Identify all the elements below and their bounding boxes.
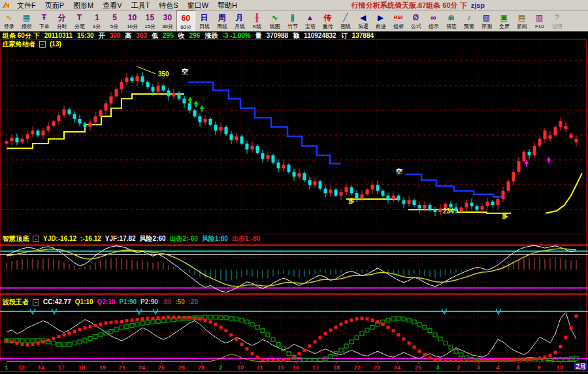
toolbar-label-1分: 1分 [93, 23, 101, 29]
toolbar-icon-分笔: T [77, 12, 82, 23]
trail-stop-short-2 [405, 174, 504, 196]
info-segment-0: 组条 60分 下 [3, 32, 40, 39]
toolbar-icon-登录: ∿ [5, 12, 12, 23]
toolbar-label-竹节: 竹节 [287, 23, 298, 29]
svg-text:234: 234 [443, 208, 454, 215]
toolbar-button-60分[interactable]: 6060分 [176, 10, 195, 33]
toolbar-button-全屏[interactable]: ▣全屏 [495, 10, 513, 31]
trail-stop-long-4 [546, 173, 582, 213]
info-segment-7: 低 [152, 32, 158, 39]
toolbar-label-15分: 15分 [144, 23, 155, 29]
toolbar: ∿登录▦报价Ŧ下单分分时T分笔11分55分1010分1515分3030分6060… [0, 10, 588, 31]
menu-item-3[interactable]: 查看V [98, 1, 126, 10]
toolbar-button-15分[interactable]: 1515分 [141, 10, 159, 31]
indicator-param-4: P2:90 [140, 298, 158, 305]
toolbar-icon-30分: 30 [163, 12, 172, 23]
toolbar-button-指示[interactable]: ∞指示 [425, 10, 442, 31]
axis-label-16: 16 [293, 364, 299, 371]
toolbar-label-5分: 5分 [110, 23, 118, 29]
info-segment-8: 295 [163, 32, 174, 39]
menu-item-1[interactable]: 页面P [41, 1, 69, 10]
menu-item-7[interactable]: 帮助H [213, 1, 242, 10]
menu-item-6[interactable]: 窗口W [183, 1, 213, 10]
toolbar-button-重传[interactable]: 传重传 [319, 10, 336, 31]
toolbar-button-分时[interactable]: 分分时 [53, 10, 71, 31]
main-candlestick-plot[interactable]: 350空空多234多 [0, 39, 588, 234]
axis-label-15: 15 [278, 364, 284, 371]
toolbar-button-月线[interactable]: 月月线 [231, 10, 248, 31]
toolbar-button-前进[interactable]: ▶前进 [372, 10, 389, 31]
toolbar-button-1分[interactable]: 11分 [88, 10, 106, 31]
toolbar-button-登录[interactable]: ∿登录 [0, 10, 18, 31]
indicator-param-0: CC:42.77 [43, 298, 71, 305]
wave-plot[interactable] [0, 304, 588, 362]
oscillator-plot[interactable] [0, 242, 588, 298]
collapse-box-icon[interactable]: – [39, 41, 46, 48]
toolbar-button-预警[interactable]: ♪预警 [460, 10, 478, 31]
axis-label-25: 25 [415, 364, 421, 371]
toolbar-label-月线: 月线 [235, 23, 245, 29]
toolbar-button-10分[interactable]: 1010分 [123, 10, 141, 31]
indicator-name: 庄家终结者 [3, 40, 35, 48]
toolbar-button-宝塔[interactable]: ▲宝塔 [301, 10, 319, 31]
toolbar-icon-画线: ╱ [343, 12, 348, 23]
toolbar-icon-后退: ◀ [360, 12, 366, 23]
toolbar-icon-竹节: ∦ [291, 12, 295, 23]
toolbar-button-报价[interactable]: ▦报价 [18, 10, 35, 31]
toolbar-button-后退[interactable]: ◀后退 [354, 10, 372, 31]
toolbar-label-说明: 说明 [552, 23, 563, 29]
axis-label-11: 11 [576, 364, 583, 371]
toolbar-icon-全屏: ▣ [500, 12, 508, 23]
axis-label-8: 8 [516, 364, 519, 371]
toolbar-button-K线[interactable]: ╫K线 [248, 10, 266, 31]
indicator-param-1: :-16.12 [80, 235, 101, 242]
toolbar-button-竹节[interactable]: ∦竹节 [284, 10, 301, 31]
toolbar-label-全屏: 全屏 [499, 23, 510, 29]
indicator-param-5: :80 [162, 298, 171, 305]
toolbar-button-筛选[interactable]: ⋒筛选 [442, 10, 460, 31]
info-segment-4: 300 [110, 32, 121, 39]
toolbar-icon-报价: ▦ [23, 12, 30, 23]
toolbar-button-5分[interactable]: 55分 [106, 10, 123, 31]
collapse-box-icon[interactable]: – [33, 236, 39, 242]
menu-item-5[interactable]: 特色S [154, 1, 182, 10]
svg-text:空: 空 [396, 168, 402, 175]
toolbar-button-周线[interactable]: 周周线 [213, 10, 231, 31]
toolbar-label-评测: 评测 [482, 23, 492, 29]
info-segment-5: 高 [125, 32, 131, 39]
toolbar-label-周线: 周线 [217, 23, 227, 29]
toolbar-button-日线[interactable]: 日日线 [195, 10, 213, 31]
axis-label-14: 14 [38, 364, 44, 371]
toolbar-button-分笔[interactable]: T分笔 [71, 10, 88, 31]
indicator-param-2: YJF:17.82 [105, 235, 136, 242]
toolbar-label-预警: 预警 [464, 23, 474, 29]
menu-item-4[interactable]: 工具T [127, 1, 155, 10]
axis-label-24: 24 [139, 364, 145, 371]
toolbar-label-后退: 后退 [358, 23, 368, 29]
toolbar-label-重传: 重传 [323, 23, 333, 29]
indicator-param-3: P1:90 [119, 298, 137, 305]
toolbar-button-评测[interactable]: ▧评测 [478, 10, 495, 31]
indicator-param-7: :20 [189, 298, 198, 305]
toolbar-button-画线[interactable]: ╱画线 [336, 10, 354, 31]
toolbar-label-下单: 下单 [39, 23, 50, 29]
toolbar-button-新闻[interactable]: ▤新闻 [513, 10, 531, 31]
toolbar-button-指标[interactable]: RSI指标 [389, 10, 407, 31]
toolbar-button-F10[interactable]: ▥F10 [531, 10, 548, 31]
axis-label-18: 18 [333, 364, 340, 371]
axis-label-25: 25 [158, 364, 165, 371]
toolbar-button-下单[interactable]: Ŧ下单 [35, 10, 53, 31]
menu-item-0[interactable]: 文件F [12, 1, 41, 10]
toolbar-button-公式[interactable]: Ø公式 [407, 10, 425, 31]
axis-label-19: 19 [99, 364, 106, 371]
toolbar-button-线图[interactable]: ∿线图 [266, 10, 284, 31]
toolbar-icon-5分: 5 [112, 12, 117, 23]
axis-label-2: 2 [457, 364, 460, 371]
menu-item-2[interactable]: 图形M [69, 1, 98, 10]
indicator-param-1: Q1:10 [75, 298, 93, 305]
toolbar-button-30分[interactable]: 3030分 [159, 10, 176, 31]
collapse-box-icon[interactable]: – [33, 299, 39, 305]
app-window: 文件F页面P图形M查看V工具T特色S窗口W帮助H 行情分析系统倚天版.87组条 … [0, 0, 588, 374]
toolbar-label-分时: 分时 [57, 23, 67, 29]
time-axis: 2月 1121417181921242526282101115161718222… [0, 362, 588, 371]
